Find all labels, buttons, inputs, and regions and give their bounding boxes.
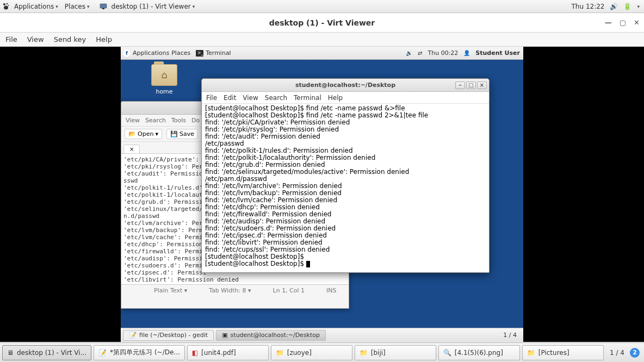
gedit-menu-view[interactable]: View [126,117,140,124]
term-menu-help[interactable]: Help [328,94,343,102]
gedit-save-button[interactable]: 💾Save [166,129,198,139]
window-title: desktop (1) - Virt Viewer [269,18,375,27]
inner-active-app[interactable]: Terminal [206,49,231,57]
active-app-menu[interactable]: desktop (1) - Virt Viewer▾ [109,2,197,11]
inner-applications-menu[interactable]: Applications [133,49,169,57]
folder-icon [151,64,177,86]
places-menu[interactable]: Places▾ [63,2,92,11]
home-folder-label: home [156,88,172,95]
places-label: Places [65,3,85,10]
gedit-tab[interactable]: × [123,145,140,153]
taskbar-item-5[interactable]: 🔍[4.1(5)(6).png] [438,345,520,360]
status-tabwidth[interactable]: Tab Width: 8 ▾ [209,287,251,294]
status-plaintext-label: Plain Text [154,287,182,294]
terminal-title-text: student@localhost:~/Desktop [295,82,395,89]
folder-icon: 📁 [276,349,284,357]
open-label: Open [138,130,153,138]
volume-icon[interactable]: 🔊 [610,3,618,10]
status-ins: INS [326,287,336,294]
inner-places-menu[interactable]: Places [171,49,190,57]
taskbar-item-4[interactable]: 📁[biji] [355,345,436,360]
applications-menu[interactable]: Applications▾ [12,2,60,11]
network-icon[interactable]: ⇄ [418,50,422,56]
display-icon [100,3,107,10]
taskbar-item-6[interactable]: 📁[Pictures] [522,345,604,360]
minimize-button[interactable]: — [605,18,612,27]
workspace-indicator[interactable]: 1 / 4 [500,330,520,340]
terminal-body[interactable]: [student@localhost Desktop]$ find /etc -… [202,104,489,272]
open-icon: 📂 [128,130,136,138]
pdf-icon: ◧ [192,349,198,357]
taskbar-item-3[interactable]: 📁[zuoye] [271,345,352,360]
home-folder-icon[interactable]: home [145,64,183,95]
svg-rect-5 [102,8,104,9]
terminal-output: [student@localhost Desktop]$ find /etc -… [205,104,428,267]
term-menu-terminal[interactable]: Terminal [294,94,321,102]
guest-desktop[interactable]: f Applications Places >_ Terminal 🔉 ⇄ Th… [121,47,523,342]
term-menu-search[interactable]: Search [265,94,287,102]
inner-places-label: Places [171,49,190,57]
taskbar-item-1[interactable]: 📝*第四单元练习 (~/De... [94,345,185,360]
taskbar-terminal-label: student@localhost:~/Desktop [231,332,320,339]
term-menu-view[interactable]: View [243,94,258,102]
menu-sendkey[interactable]: Send key [54,35,86,43]
term-menu-edit[interactable]: Edit [224,94,236,102]
svg-point-1 [7,3,8,4]
save-icon: 💾 [170,130,178,138]
maximize-button[interactable]: ▢ [620,18,626,27]
svg-rect-4 [100,4,107,8]
chevron-down-icon: ▾ [155,130,158,138]
user-menu-icon[interactable]: ▾ [637,4,640,9]
status-lncol: Ln 1, Col 1 [273,287,305,294]
menu-help[interactable]: Help [96,35,112,43]
gedit-menu-search[interactable]: Search [145,117,166,124]
svg-text:>_: >_ [197,51,203,55]
folder-icon: 📁 [527,349,535,357]
term-minimize-button[interactable]: – [455,82,465,89]
taskbar-gedit-button[interactable]: 📝 file (~/Desktop) - gedit [123,330,214,341]
gedit-open-button[interactable]: 📂Open▾ [125,129,162,139]
menu-file[interactable]: File [5,35,17,43]
inner-user-label[interactable]: Student User [475,49,520,57]
term-maximize-button[interactable]: □ [466,82,476,89]
taskbar-gedit-label: file (~/Desktop) - gedit [139,332,208,339]
gedit-icon: 📝 [129,332,137,339]
volume-icon[interactable]: 🔉 [406,50,412,56]
taskbar-label-1: *第四单元练习 (~/De... [110,348,180,357]
terminal-app-icon: >_ [196,49,203,57]
status-plaintext[interactable]: Plain Text ▾ [154,287,187,294]
chevron-down-icon: ▾ [55,4,58,9]
taskbar-label-3: [zuoye] [287,349,312,357]
inner-applications-label: Applications [133,49,169,57]
outer-window-titlebar: desktop (1) - Virt Viewer — ▢ ✕ [0,13,644,33]
inner-clock[interactable]: Thu 00:22 [428,49,459,57]
tab-close-icon[interactable]: × [129,146,134,152]
outer-workspace-indicator[interactable]: 1 / 4 [610,349,624,357]
virt-viewer-menubar: File View Send key Help [0,33,644,47]
taskbar-item-2[interactable]: ◧[unit4.pdf] [187,345,269,360]
taskbar-label-0: desktop (1) - Virt Vi... [17,349,86,357]
chevron-down-icon: ▾ [87,4,90,9]
outer-taskbar: 🖥desktop (1) - Virt Vi... 📝*第四单元练习 (~/De… [0,342,644,362]
gnome-foot-icon [2,3,10,10]
term-menu-file[interactable]: File [206,94,217,102]
taskbar-label-6: [Pictures] [538,349,569,357]
menu-view[interactable]: View [27,35,44,43]
gedit-menu-tools[interactable]: Tools [171,117,186,124]
display-icon: 🖥 [7,349,14,357]
user-icon: 👤 [463,50,470,56]
taskbar-item-0[interactable]: 🖥desktop (1) - Virt Vi... [2,345,91,360]
close-button[interactable]: ✕ [634,18,640,27]
notification-badge[interactable]: 2 [630,348,640,358]
chevron-down-icon: ▾ [193,4,195,9]
gedit-menu-do[interactable]: Do [191,117,200,124]
taskbar-label-5: [4.1(5)(6).png] [455,349,503,357]
taskbar-terminal-button[interactable]: ▣ student@localhost:~/Desktop [216,330,326,341]
inner-active-app-label: Terminal [206,49,231,57]
term-close-button[interactable]: × [477,82,487,89]
svg-point-3 [4,5,8,9]
battery-icon[interactable]: 🔋 [623,3,631,10]
vm-display-area: f Applications Places >_ Terminal 🔉 ⇄ Th… [0,47,644,342]
terminal-window[interactable]: student@localhost:~/Desktop – □ × File E… [201,78,490,273]
clock-label[interactable]: Thu 12:22 [572,3,605,10]
